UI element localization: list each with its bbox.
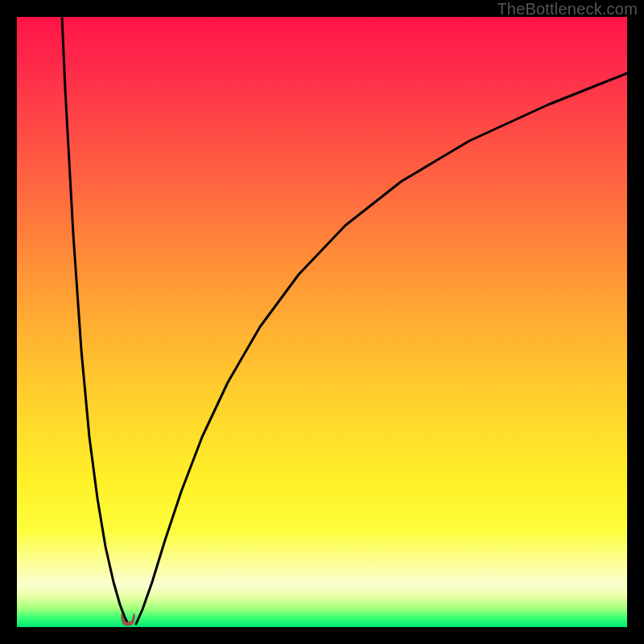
curve-layer — [17, 17, 627, 627]
chart-frame: TheBottleneck.com — [0, 0, 644, 644]
right-curve — [136, 73, 627, 624]
optimum-marker-icon — [119, 612, 137, 626]
left-curve — [62, 17, 128, 624]
plot-area — [17, 17, 627, 627]
watermark-text: TheBottleneck.com — [497, 0, 638, 19]
